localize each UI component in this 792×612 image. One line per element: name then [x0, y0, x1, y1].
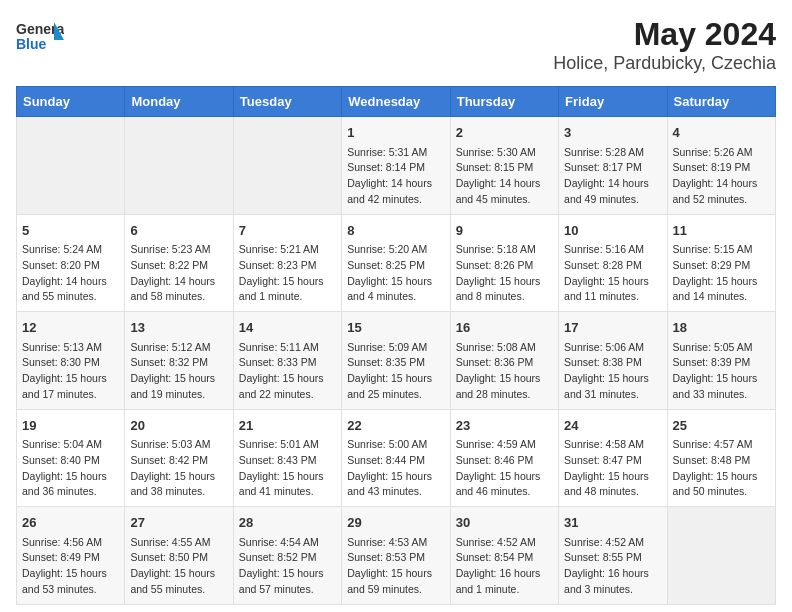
day-number: 2 [456, 123, 553, 143]
calendar-cell: 5Sunrise: 5:24 AMSunset: 8:20 PMDaylight… [17, 214, 125, 312]
day-number: 13 [130, 318, 227, 338]
cell-content: Sunrise: 5:20 AMSunset: 8:25 PMDaylight:… [347, 242, 444, 305]
calendar-cell: 14Sunrise: 5:11 AMSunset: 8:33 PMDayligh… [233, 312, 341, 410]
cell-content: Sunrise: 5:16 AMSunset: 8:28 PMDaylight:… [564, 242, 661, 305]
page-subtitle: Holice, Pardubicky, Czechia [553, 53, 776, 74]
svg-text:Blue: Blue [16, 36, 47, 52]
calendar-cell: 25Sunrise: 4:57 AMSunset: 8:48 PMDayligh… [667, 409, 775, 507]
day-number: 21 [239, 416, 336, 436]
cell-content: Sunrise: 5:18 AMSunset: 8:26 PMDaylight:… [456, 242, 553, 305]
calendar-cell: 19Sunrise: 5:04 AMSunset: 8:40 PMDayligh… [17, 409, 125, 507]
cell-content: Sunrise: 5:24 AMSunset: 8:20 PMDaylight:… [22, 242, 119, 305]
day-number: 9 [456, 221, 553, 241]
calendar-table: SundayMondayTuesdayWednesdayThursdayFrid… [16, 86, 776, 605]
calendar-cell: 1Sunrise: 5:31 AMSunset: 8:14 PMDaylight… [342, 117, 450, 215]
day-number: 16 [456, 318, 553, 338]
weekday-header-row: SundayMondayTuesdayWednesdayThursdayFrid… [17, 87, 776, 117]
calendar-cell: 3Sunrise: 5:28 AMSunset: 8:17 PMDaylight… [559, 117, 667, 215]
calendar-cell [17, 117, 125, 215]
calendar-cell: 17Sunrise: 5:06 AMSunset: 8:38 PMDayligh… [559, 312, 667, 410]
day-number: 24 [564, 416, 661, 436]
calendar-cell: 13Sunrise: 5:12 AMSunset: 8:32 PMDayligh… [125, 312, 233, 410]
day-number: 17 [564, 318, 661, 338]
cell-content: Sunrise: 5:04 AMSunset: 8:40 PMDaylight:… [22, 437, 119, 500]
logo-icon: General Blue [16, 16, 64, 56]
cell-content: Sunrise: 5:09 AMSunset: 8:35 PMDaylight:… [347, 340, 444, 403]
calendar-cell: 30Sunrise: 4:52 AMSunset: 8:54 PMDayligh… [450, 507, 558, 605]
cell-content: Sunrise: 5:06 AMSunset: 8:38 PMDaylight:… [564, 340, 661, 403]
day-number: 19 [22, 416, 119, 436]
page-header: General Blue May 2024 Holice, Pardubicky… [16, 16, 776, 74]
logo: General Blue [16, 16, 64, 60]
calendar-cell: 8Sunrise: 5:20 AMSunset: 8:25 PMDaylight… [342, 214, 450, 312]
title-block: May 2024 Holice, Pardubicky, Czechia [553, 16, 776, 74]
day-number: 4 [673, 123, 770, 143]
cell-content: Sunrise: 4:54 AMSunset: 8:52 PMDaylight:… [239, 535, 336, 598]
day-number: 29 [347, 513, 444, 533]
cell-content: Sunrise: 5:12 AMSunset: 8:32 PMDaylight:… [130, 340, 227, 403]
cell-content: Sunrise: 4:57 AMSunset: 8:48 PMDaylight:… [673, 437, 770, 500]
calendar-week-row: 12Sunrise: 5:13 AMSunset: 8:30 PMDayligh… [17, 312, 776, 410]
calendar-cell: 6Sunrise: 5:23 AMSunset: 8:22 PMDaylight… [125, 214, 233, 312]
cell-content: Sunrise: 5:00 AMSunset: 8:44 PMDaylight:… [347, 437, 444, 500]
day-number: 15 [347, 318, 444, 338]
day-number: 23 [456, 416, 553, 436]
calendar-week-row: 1Sunrise: 5:31 AMSunset: 8:14 PMDaylight… [17, 117, 776, 215]
cell-content: Sunrise: 5:28 AMSunset: 8:17 PMDaylight:… [564, 145, 661, 208]
day-number: 26 [22, 513, 119, 533]
page-title: May 2024 [553, 16, 776, 53]
calendar-cell: 21Sunrise: 5:01 AMSunset: 8:43 PMDayligh… [233, 409, 341, 507]
calendar-cell: 4Sunrise: 5:26 AMSunset: 8:19 PMDaylight… [667, 117, 775, 215]
day-number: 31 [564, 513, 661, 533]
weekday-header-tuesday: Tuesday [233, 87, 341, 117]
calendar-cell: 27Sunrise: 4:55 AMSunset: 8:50 PMDayligh… [125, 507, 233, 605]
cell-content: Sunrise: 5:03 AMSunset: 8:42 PMDaylight:… [130, 437, 227, 500]
cell-content: Sunrise: 5:30 AMSunset: 8:15 PMDaylight:… [456, 145, 553, 208]
calendar-cell: 24Sunrise: 4:58 AMSunset: 8:47 PMDayligh… [559, 409, 667, 507]
calendar-cell: 7Sunrise: 5:21 AMSunset: 8:23 PMDaylight… [233, 214, 341, 312]
cell-content: Sunrise: 5:26 AMSunset: 8:19 PMDaylight:… [673, 145, 770, 208]
cell-content: Sunrise: 4:59 AMSunset: 8:46 PMDaylight:… [456, 437, 553, 500]
calendar-cell [667, 507, 775, 605]
weekday-header-friday: Friday [559, 87, 667, 117]
calendar-cell: 29Sunrise: 4:53 AMSunset: 8:53 PMDayligh… [342, 507, 450, 605]
weekday-header-sunday: Sunday [17, 87, 125, 117]
day-number: 5 [22, 221, 119, 241]
cell-content: Sunrise: 4:52 AMSunset: 8:55 PMDaylight:… [564, 535, 661, 598]
calendar-week-row: 5Sunrise: 5:24 AMSunset: 8:20 PMDaylight… [17, 214, 776, 312]
calendar-cell: 18Sunrise: 5:05 AMSunset: 8:39 PMDayligh… [667, 312, 775, 410]
cell-content: Sunrise: 5:15 AMSunset: 8:29 PMDaylight:… [673, 242, 770, 305]
calendar-cell [233, 117, 341, 215]
calendar-week-row: 19Sunrise: 5:04 AMSunset: 8:40 PMDayligh… [17, 409, 776, 507]
cell-content: Sunrise: 5:01 AMSunset: 8:43 PMDaylight:… [239, 437, 336, 500]
weekday-header-thursday: Thursday [450, 87, 558, 117]
cell-content: Sunrise: 5:08 AMSunset: 8:36 PMDaylight:… [456, 340, 553, 403]
day-number: 11 [673, 221, 770, 241]
day-number: 28 [239, 513, 336, 533]
calendar-cell: 31Sunrise: 4:52 AMSunset: 8:55 PMDayligh… [559, 507, 667, 605]
calendar-cell: 28Sunrise: 4:54 AMSunset: 8:52 PMDayligh… [233, 507, 341, 605]
cell-content: Sunrise: 4:55 AMSunset: 8:50 PMDaylight:… [130, 535, 227, 598]
calendar-cell: 15Sunrise: 5:09 AMSunset: 8:35 PMDayligh… [342, 312, 450, 410]
weekday-header-wednesday: Wednesday [342, 87, 450, 117]
day-number: 10 [564, 221, 661, 241]
day-number: 1 [347, 123, 444, 143]
calendar-week-row: 26Sunrise: 4:56 AMSunset: 8:49 PMDayligh… [17, 507, 776, 605]
day-number: 30 [456, 513, 553, 533]
cell-content: Sunrise: 5:23 AMSunset: 8:22 PMDaylight:… [130, 242, 227, 305]
day-number: 3 [564, 123, 661, 143]
day-number: 12 [22, 318, 119, 338]
day-number: 6 [130, 221, 227, 241]
day-number: 8 [347, 221, 444, 241]
day-number: 27 [130, 513, 227, 533]
calendar-cell: 12Sunrise: 5:13 AMSunset: 8:30 PMDayligh… [17, 312, 125, 410]
day-number: 7 [239, 221, 336, 241]
calendar-cell: 20Sunrise: 5:03 AMSunset: 8:42 PMDayligh… [125, 409, 233, 507]
day-number: 22 [347, 416, 444, 436]
cell-content: Sunrise: 5:11 AMSunset: 8:33 PMDaylight:… [239, 340, 336, 403]
weekday-header-monday: Monday [125, 87, 233, 117]
cell-content: Sunrise: 4:52 AMSunset: 8:54 PMDaylight:… [456, 535, 553, 598]
cell-content: Sunrise: 5:21 AMSunset: 8:23 PMDaylight:… [239, 242, 336, 305]
calendar-cell: 22Sunrise: 5:00 AMSunset: 8:44 PMDayligh… [342, 409, 450, 507]
cell-content: Sunrise: 5:13 AMSunset: 8:30 PMDaylight:… [22, 340, 119, 403]
